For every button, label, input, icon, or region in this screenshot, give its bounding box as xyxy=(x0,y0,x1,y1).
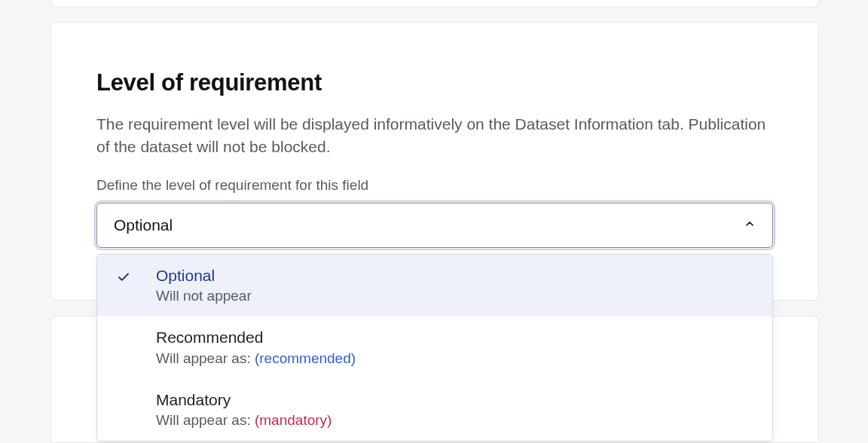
subtext-tag: (recommended) xyxy=(255,350,356,366)
section-description: The requirement level will be displayed … xyxy=(96,113,773,159)
card-peek-top xyxy=(50,0,819,8)
subtext-tag: (mandatory) xyxy=(255,412,332,428)
option-subtext: Will appear as: (mandatory) xyxy=(156,412,757,429)
field-label: Define the level of requirement for this… xyxy=(96,177,773,194)
option-label: Recommended xyxy=(156,328,757,347)
option-label: Optional xyxy=(156,266,757,286)
option-subtext: Will not appear xyxy=(156,288,757,304)
check-column xyxy=(112,390,156,395)
requirement-level-dropdown: Optional Will not appear Recommended Wil… xyxy=(96,254,773,441)
check-column xyxy=(112,328,156,332)
chevron-up-icon xyxy=(744,218,756,233)
option-content: Recommended Will appear as: (recommended… xyxy=(156,328,757,366)
dropdown-option-recommended[interactable]: Recommended Will appear as: (recommended… xyxy=(97,316,772,378)
option-content: Mandatory Will appear as: (mandatory) xyxy=(156,390,757,429)
option-subtext: Will appear as: (recommended) xyxy=(156,350,757,367)
select-current-value: Optional xyxy=(114,216,173,234)
dropdown-option-optional[interactable]: Optional Will not appear xyxy=(97,255,772,316)
subtext-prefix: Will appear as: xyxy=(156,350,255,366)
requirement-level-select[interactable]: Optional xyxy=(96,203,773,248)
section-heading: Level of requirement xyxy=(96,69,773,96)
option-label: Mandatory xyxy=(156,390,757,410)
dropdown-option-mandatory[interactable]: Mandatory Will appear as: (mandatory) xyxy=(97,379,772,441)
check-column xyxy=(112,266,156,287)
option-content: Optional Will not appear xyxy=(156,266,757,304)
check-icon xyxy=(117,270,130,287)
subtext-prefix: Will appear as: xyxy=(156,412,255,428)
